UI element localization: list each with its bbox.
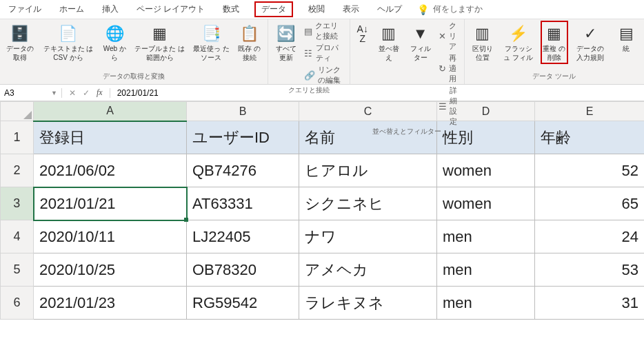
cell-E1[interactable]: 年齢: [535, 121, 645, 154]
cell-E3[interactable]: 65: [535, 187, 645, 220]
cell-E2[interactable]: 52: [535, 154, 645, 187]
cell-B2[interactable]: QB74276: [187, 154, 299, 187]
ribbon-group-queries: 🔄すべて 更新 ▤クエリと接続 ☷プロパティ 🔗リンクの編集 クエリと接続: [268, 19, 350, 84]
row-header-2[interactable]: 2: [1, 154, 34, 187]
cell-E6[interactable]: 31: [535, 287, 645, 320]
properties-button[interactable]: ☷プロパティ: [304, 43, 345, 63]
ribbon-group-getdata: 🗄️データの 取得 📄テキストまた は CSV から 🌐Web から ▦テーブル…: [0, 19, 268, 84]
cell-C4[interactable]: ナワ: [299, 220, 437, 253]
row-header-6[interactable]: 6: [1, 287, 34, 320]
cell-B3[interactable]: AT63331: [187, 187, 299, 220]
remove-duplicates-button[interactable]: ▦重複 の削除: [541, 21, 568, 64]
recent-label: 最近使っ たソース: [192, 45, 230, 62]
cell-A6[interactable]: 2021/01/23: [34, 287, 187, 320]
tell-me[interactable]: 💡 何をしますか: [417, 3, 483, 15]
col-header-A[interactable]: A: [34, 102, 187, 121]
select-all-corner[interactable]: [1, 102, 34, 121]
cell-A3[interactable]: 2021/01/21: [34, 187, 187, 220]
menu-formulas[interactable]: 数式: [220, 1, 242, 17]
recent-icon: 📑: [202, 23, 221, 45]
cell-D5[interactable]: men: [437, 253, 535, 287]
row-header-1[interactable]: 1: [1, 121, 34, 154]
from-table-label: テーブルまた は範囲から: [134, 45, 185, 62]
name-box[interactable]: A3 ▼: [0, 88, 62, 98]
queries-label: クエリと接続: [315, 21, 345, 41]
sort-az-button[interactable]: A↓Z: [354, 21, 371, 47]
filter-label: フィルター: [408, 45, 433, 62]
cancel-icon[interactable]: ✕: [69, 88, 76, 98]
menu-pagelayout[interactable]: ページ レイアウト: [134, 1, 208, 17]
links-label: リンクの編集: [318, 65, 345, 85]
sort-button[interactable]: ▥並べ替え: [375, 21, 403, 64]
refresh-icon: 🔄: [276, 23, 295, 45]
reapply-button[interactable]: ↻再適用: [439, 53, 460, 84]
menu-insert[interactable]: 挿入: [99, 1, 121, 17]
menu-data[interactable]: データ: [254, 1, 293, 17]
advanced-filter-button[interactable]: ☰詳細設定: [439, 85, 460, 127]
menu-file[interactable]: ファイル: [6, 1, 44, 17]
menu-help[interactable]: ヘルプ: [374, 1, 405, 17]
menu-review[interactable]: 校閲: [305, 1, 328, 17]
menu-home[interactable]: ホーム: [57, 1, 87, 17]
consolidate-button[interactable]: ▤統: [612, 21, 640, 56]
cell-A2[interactable]: 2021/06/02: [34, 154, 187, 187]
clear-icon: ✕: [439, 31, 446, 41]
data-validation-button[interactable]: ✓データの 入力規則: [572, 21, 608, 64]
recent-sources-button[interactable]: 📑最近使っ たソース: [191, 21, 232, 64]
csv-icon: 📄: [59, 23, 77, 45]
cell-E4[interactable]: 24: [535, 220, 645, 253]
properties-icon: ☷: [304, 48, 313, 59]
cell-A4[interactable]: 2020/10/11: [34, 220, 187, 253]
conn-label: 既存 の接続: [237, 45, 262, 62]
grid: A B C D E 1 登録日 ユーザーID 名前 性別 年齢 2 2021/0…: [0, 101, 644, 320]
validation-label: データの 入力規則: [574, 45, 607, 62]
row-header-3[interactable]: 3: [1, 187, 34, 220]
cell-A5[interactable]: 2020/10/25: [34, 253, 187, 287]
queries-conn-button[interactable]: ▤クエリと接続: [304, 21, 345, 41]
cell-D3[interactable]: women: [437, 187, 535, 220]
cell-C6[interactable]: ラレキヌネ: [299, 287, 437, 320]
get-data-button[interactable]: 🗄️データの 取得: [4, 21, 36, 64]
cell-D6[interactable]: men: [437, 287, 535, 320]
cell-B5[interactable]: OB78320: [187, 253, 299, 287]
from-table-button[interactable]: ▦テーブルまた は範囲から: [132, 21, 187, 64]
group-label-tools: データ ツール: [469, 72, 640, 83]
row-header-4[interactable]: 4: [1, 220, 34, 253]
cell-D2[interactable]: women: [437, 154, 535, 187]
consolidate-label: 統: [623, 45, 630, 54]
flash-fill-button[interactable]: ⚡フラッシュ フィル: [501, 21, 536, 64]
col-header-B[interactable]: B: [187, 102, 299, 121]
advanced-label: 詳細設定: [450, 85, 460, 127]
refresh-all-button[interactable]: 🔄すべて 更新: [272, 21, 301, 64]
cell-B4[interactable]: LJ22405: [187, 220, 299, 253]
cell-B6[interactable]: RG59542: [187, 287, 299, 320]
existing-conn-button[interactable]: 📋既存 の接続: [236, 21, 263, 64]
text-to-cols-label: 区切り位置: [470, 45, 495, 62]
clear-filter-button[interactable]: ✕クリア: [439, 21, 460, 52]
validation-icon: ✓: [584, 23, 596, 45]
text-to-columns-button[interactable]: ▥区切り位置: [469, 21, 496, 64]
remove-dup-label: 重複 の削除: [542, 45, 567, 62]
group-label-getdata: データの取得と変換: [4, 72, 263, 83]
sort-icon: ▥: [381, 23, 396, 45]
filter-icon: ▼: [413, 23, 428, 45]
filter-button[interactable]: ▼フィルター: [407, 21, 434, 64]
links-icon: 🔗: [304, 70, 315, 81]
col-header-E[interactable]: E: [535, 102, 645, 121]
from-csv-button[interactable]: 📄テキストまた は CSV から: [40, 21, 97, 64]
cell-A1[interactable]: 登録日: [34, 121, 187, 154]
row-header-5[interactable]: 5: [1, 253, 34, 287]
cell-D4[interactable]: men: [437, 220, 535, 253]
from-web-button[interactable]: 🌐Web から: [101, 21, 128, 64]
bulb-icon: 💡: [417, 4, 429, 15]
cell-C5[interactable]: アメヘカ: [299, 253, 437, 287]
cell-B1[interactable]: ユーザーID: [187, 121, 299, 154]
cell-E5[interactable]: 53: [535, 253, 645, 287]
cell-C3[interactable]: シクニネヒ: [299, 187, 437, 220]
fx-icon[interactable]: fx: [97, 87, 103, 98]
confirm-icon[interactable]: ✓: [83, 88, 90, 98]
from-csv-label: テキストまた は CSV から: [41, 45, 96, 62]
menu-view[interactable]: 表示: [340, 1, 362, 17]
cell-C2[interactable]: ヒアロル: [299, 154, 437, 187]
edit-links-button[interactable]: 🔗リンクの編集: [304, 65, 345, 85]
